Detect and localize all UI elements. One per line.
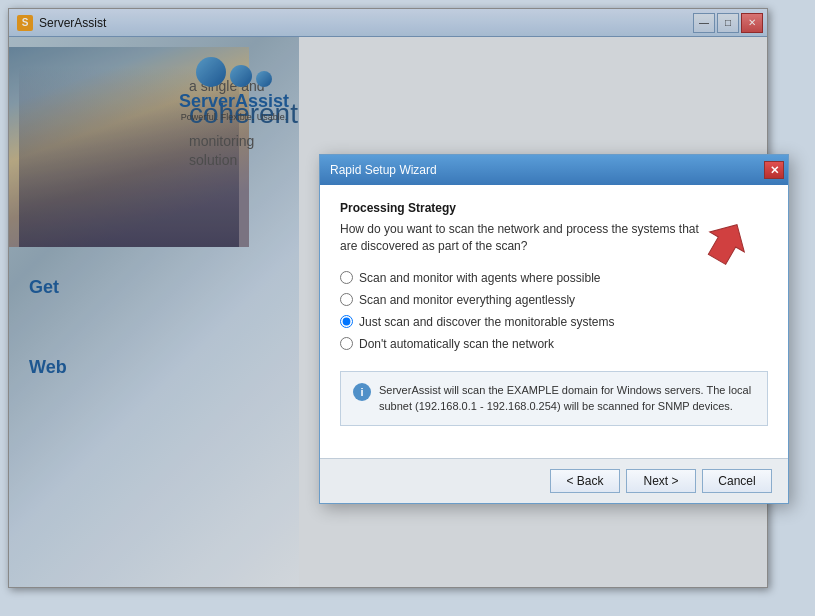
arrow-icon	[702, 217, 752, 267]
back-button[interactable]: < Back	[550, 469, 620, 493]
radio-input-3[interactable]	[340, 315, 353, 328]
wizard-titlebar: Rapid Setup Wizard ✕	[320, 155, 788, 185]
radio-label-2: Scan and monitor everything agentlessly	[359, 293, 575, 307]
next-button[interactable]: Next >	[626, 469, 696, 493]
radio-option-2[interactable]: Scan and monitor everything agentlessly	[340, 293, 768, 307]
radio-input-1[interactable]	[340, 271, 353, 284]
radio-option-4[interactable]: Don't automatically scan the network	[340, 337, 768, 351]
radio-label-3: Just scan and discover the monitorable s…	[359, 315, 614, 329]
radio-option-1[interactable]: Scan and monitor with agents where possi…	[340, 271, 768, 285]
info-icon: i	[353, 383, 371, 401]
radio-input-2[interactable]	[340, 293, 353, 306]
arrow-container	[702, 217, 752, 270]
radio-label-1: Scan and monitor with agents where possi…	[359, 271, 600, 285]
wizard-question: How do you want to scan the network and …	[340, 221, 700, 255]
section-header-area: Processing Strategy How do you want to s…	[340, 201, 768, 255]
app-body: a single and coherent monitoring solutio…	[9, 37, 767, 587]
wizard-dialog: Rapid Setup Wizard ✕ Processing Strategy…	[319, 154, 789, 504]
radio-option-3[interactable]: Just scan and discover the monitorable s…	[340, 315, 768, 329]
info-box: i ServerAssist will scan the EXAMPLE dom…	[340, 371, 768, 426]
radio-group: Scan and monitor with agents where possi…	[340, 271, 768, 351]
wizard-close-button[interactable]: ✕	[764, 161, 784, 179]
cancel-button[interactable]: Cancel	[702, 469, 772, 493]
wizard-footer: < Back Next > Cancel	[320, 458, 788, 503]
wizard-section-title: Processing Strategy	[340, 201, 768, 215]
app-window: S ServerAssist — □ ✕ a single and cohere…	[8, 8, 768, 588]
wizard-body: Processing Strategy How do you want to s…	[320, 185, 788, 458]
wizard-title: Rapid Setup Wizard	[330, 163, 437, 177]
radio-input-4[interactable]	[340, 337, 353, 350]
info-text: ServerAssist will scan the EXAMPLE domai…	[379, 382, 755, 415]
radio-label-4: Don't automatically scan the network	[359, 337, 554, 351]
svg-marker-0	[702, 217, 752, 267]
